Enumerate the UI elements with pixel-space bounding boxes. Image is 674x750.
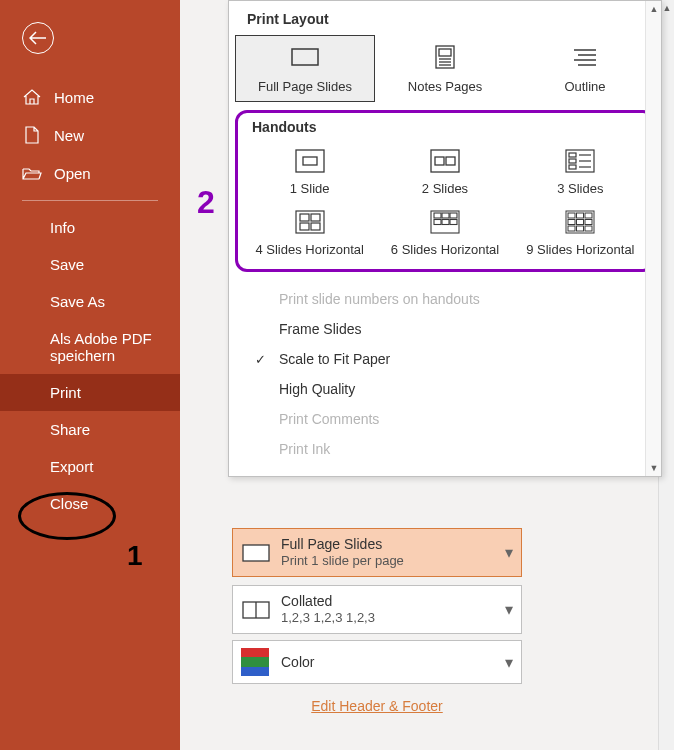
opt-print-slide-numbers: Print slide numbers on handouts: [229, 284, 661, 314]
check-icon: ✓: [255, 352, 266, 367]
print-layout-dropdown: ▲ ▼ Print Layout Full Page Slides Notes …: [228, 0, 662, 477]
full-page-icon: [287, 43, 323, 71]
handout-3-slides[interactable]: 3 Slides: [513, 141, 648, 202]
svg-rect-25: [300, 223, 309, 230]
sidebar-item-adobe-pdf[interactable]: Als Adobe PDF speichern: [0, 320, 180, 374]
new-icon: [22, 126, 42, 144]
setting-title: Color: [281, 653, 505, 671]
sidebar-label: Home: [54, 89, 94, 106]
handout-4h-icon: [292, 208, 328, 236]
sidebar-item-print[interactable]: Print: [0, 374, 180, 411]
layout-notes-pages[interactable]: Notes Pages: [375, 35, 515, 102]
svg-rect-35: [568, 213, 575, 218]
svg-rect-47: [241, 648, 269, 657]
collated-mini-icon: [241, 600, 271, 620]
svg-rect-31: [434, 220, 441, 225]
svg-rect-2: [439, 49, 451, 56]
back-arrow-icon: [29, 31, 47, 45]
svg-rect-29: [442, 213, 449, 218]
svg-rect-11: [303, 157, 317, 165]
sidebar-item-save-as[interactable]: Save As: [0, 283, 180, 320]
backstage-sidebar: Home New Open Info Save Save As Als Adob…: [0, 0, 180, 750]
svg-rect-30: [450, 213, 457, 218]
opt-print-ink: Print Ink: [229, 434, 661, 464]
print-layout-header: Print Layout: [229, 1, 661, 35]
sidebar-label: Open: [54, 165, 91, 182]
back-button[interactable]: [22, 22, 54, 54]
scroll-up-icon[interactable]: ▲: [646, 1, 662, 17]
svg-rect-36: [577, 213, 584, 218]
svg-rect-14: [446, 157, 455, 165]
setting-sub: 1,2,3 1,2,3 1,2,3: [281, 610, 505, 627]
handout-9h-icon: [562, 208, 598, 236]
open-icon: [22, 164, 42, 182]
outline-icon: [567, 43, 603, 71]
home-icon: [22, 88, 42, 106]
opt-scale-to-fit[interactable]: ✓Scale to Fit Paper: [229, 344, 661, 374]
opt-frame-slides[interactable]: Frame Slides: [229, 314, 661, 344]
chevron-down-icon: ▾: [505, 653, 513, 672]
svg-rect-32: [442, 220, 449, 225]
layout-outline[interactable]: Outline: [515, 35, 655, 102]
sidebar-item-info[interactable]: Info: [0, 209, 180, 246]
svg-rect-43: [585, 226, 592, 231]
setting-collation[interactable]: Collated 1,2,3 1,2,3 1,2,3 ▾: [232, 585, 522, 634]
handouts-section: Handouts 1 Slide 2 Slides 3 Slides 4 Sli…: [235, 110, 655, 272]
opt-print-comments: Print Comments: [229, 404, 661, 434]
sidebar-item-open[interactable]: Open: [0, 154, 180, 192]
handout-9-horizontal[interactable]: 9 Slides Horizontal: [513, 202, 648, 263]
svg-rect-39: [577, 220, 584, 225]
svg-rect-23: [300, 214, 309, 221]
svg-rect-34: [566, 211, 594, 233]
setting-color[interactable]: Color ▾: [232, 640, 522, 684]
sidebar-item-export[interactable]: Export: [0, 448, 180, 485]
sidebar-label: New: [54, 127, 84, 144]
handout-3-icon: [562, 147, 598, 175]
svg-rect-13: [435, 157, 444, 165]
print-layout-row: Full Page Slides Notes Pages Outline: [229, 35, 661, 110]
svg-rect-41: [568, 226, 575, 231]
svg-rect-16: [569, 153, 576, 157]
svg-rect-17: [569, 159, 576, 163]
setting-title: Full Page Slides: [281, 535, 505, 553]
sidebar-item-share[interactable]: Share: [0, 411, 180, 448]
svg-rect-37: [585, 213, 592, 218]
color-swatch-icon: [241, 648, 269, 676]
svg-rect-49: [241, 667, 269, 676]
opt-high-quality[interactable]: High Quality: [229, 374, 661, 404]
handout-6h-icon: [427, 208, 463, 236]
handout-2-icon: [427, 147, 463, 175]
sidebar-item-home[interactable]: Home: [0, 78, 180, 116]
handout-4-horizontal[interactable]: 4 Slides Horizontal: [242, 202, 377, 263]
svg-rect-18: [569, 165, 576, 169]
svg-rect-28: [434, 213, 441, 218]
svg-rect-24: [311, 214, 320, 221]
edit-header-footer-link[interactable]: Edit Header & Footer: [232, 698, 522, 714]
svg-rect-42: [577, 226, 584, 231]
sidebar-item-close[interactable]: Close: [0, 485, 180, 522]
setting-slides-per-page[interactable]: Full Page Slides Print 1 slide per page …: [232, 528, 522, 577]
svg-rect-27: [431, 211, 459, 233]
notes-pages-icon: [427, 43, 463, 71]
chevron-down-icon: ▾: [505, 600, 513, 619]
layout-full-page-slides[interactable]: Full Page Slides: [235, 35, 375, 102]
sidebar-item-save[interactable]: Save: [0, 246, 180, 283]
sidebar-item-new[interactable]: New: [0, 116, 180, 154]
handout-6-horizontal[interactable]: 6 Slides Horizontal: [377, 202, 512, 263]
svg-rect-44: [243, 545, 269, 561]
setting-title: Collated: [281, 592, 505, 610]
handout-2-slides[interactable]: 2 Slides: [377, 141, 512, 202]
handout-1-slide[interactable]: 1 Slide: [242, 141, 377, 202]
sidebar-separator: [22, 200, 158, 201]
svg-rect-38: [568, 220, 575, 225]
setting-sub: Print 1 slide per page: [281, 553, 505, 570]
svg-rect-40: [585, 220, 592, 225]
handout-1-icon: [292, 147, 328, 175]
slide-mini-icon: [241, 543, 271, 563]
svg-rect-0: [292, 49, 318, 65]
chevron-down-icon: ▾: [505, 543, 513, 562]
svg-rect-33: [450, 220, 457, 225]
handouts-header: Handouts: [242, 119, 648, 141]
svg-rect-48: [241, 657, 269, 667]
svg-rect-10: [296, 150, 324, 172]
